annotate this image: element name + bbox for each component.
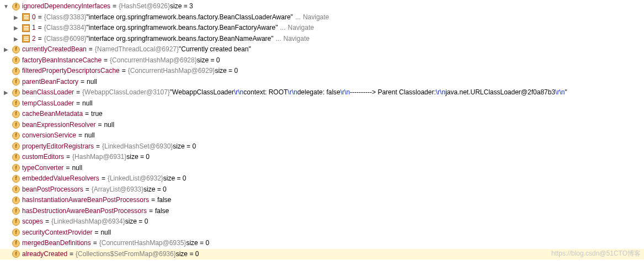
equals-sign: = xyxy=(96,141,100,152)
tail-value: size = 0 xyxy=(126,152,150,163)
tree-row[interactable]: fbeanExpressionResolver = null xyxy=(0,120,644,131)
equals-sign: = xyxy=(70,249,73,260)
field-icon: f xyxy=(12,110,20,118)
field-name: customEditors xyxy=(22,152,64,163)
field-icon: f xyxy=(12,121,20,129)
string-segment: java.net.URLClassLoader@2f0a87b3 xyxy=(445,87,555,98)
array-index-icon xyxy=(22,35,30,43)
tree-row[interactable]: fbeanPostProcessors = {ArrayList@6933} s… xyxy=(0,184,644,195)
field-name: propertyEditorRegistrars xyxy=(22,141,94,152)
tree-row[interactable]: fparentBeanFactory = null xyxy=(0,77,644,88)
object-ref: {NamedThreadLocal@6927} xyxy=(95,44,179,55)
equals-sign: = xyxy=(113,1,116,12)
tree-row[interactable]: fsecurityContextProvider = null xyxy=(0,227,644,238)
field-icon: f xyxy=(12,132,20,140)
tree-row[interactable]: fcustomEditors = {HashMap@6931} size = 0 xyxy=(0,152,644,163)
expand-collapse-icon[interactable]: ▶ xyxy=(2,89,10,97)
field-name: beanPostProcessors xyxy=(22,184,83,195)
string-value: "interface org.springframework.beans.fac… xyxy=(87,12,293,23)
field-name: mergedBeanDefinitions xyxy=(22,238,91,249)
object-ref: {LinkedHashSet@6930} xyxy=(102,141,173,152)
object-ref: {LinkedHashMap@6934} xyxy=(51,216,125,227)
equals-sign: = xyxy=(38,23,42,34)
field-name: securityContextProvider xyxy=(22,227,92,238)
expand-collapse-icon[interactable]: ▶ xyxy=(12,13,20,21)
tree-row[interactable]: ffactoryBeanInstanceCache = {ConcurrentH… xyxy=(0,55,644,66)
tail-value: size = 3 xyxy=(170,1,193,12)
tree-row[interactable]: fembeddedValueResolvers = {LinkedList@69… xyxy=(0,173,644,184)
tail-value: false xyxy=(157,195,171,206)
object-ref: {HashMap@6931} xyxy=(72,152,126,163)
field-name: cacheBeanMetadata xyxy=(22,109,83,120)
equals-sign: = xyxy=(94,227,98,238)
field-name: currentlyCreatedBean xyxy=(22,44,87,55)
tree-row[interactable]: ▶1 = {Class@3384} "interface org.springf… xyxy=(0,23,644,34)
field-name: 2 xyxy=(32,34,36,45)
array-index-icon xyxy=(22,13,30,21)
tree-row[interactable]: fscopes = {LinkedHashMap@6934} size = 0 xyxy=(0,216,644,227)
field-icon: f xyxy=(12,197,20,204)
tail-value: null xyxy=(84,130,95,141)
object-ref: {Class@3383} xyxy=(44,12,87,23)
tree-row[interactable]: fpropertyEditorRegistrars = {LinkedHashS… xyxy=(0,141,644,152)
field-icon: f xyxy=(12,240,20,247)
field-name: typeConverter xyxy=(22,163,63,174)
tree-row[interactable]: fcacheBeanMetadata = true xyxy=(0,109,644,120)
equals-sign: = xyxy=(102,173,105,184)
field-name: conversionService xyxy=(22,130,76,141)
tail-value: null xyxy=(82,98,93,109)
escape-sequence: \r\n xyxy=(436,87,445,98)
object-ref: {HashSet@6926} xyxy=(119,1,170,12)
field-icon: f xyxy=(12,78,20,86)
navigate-link[interactable]: Navigate xyxy=(284,34,310,45)
equals-sign: = xyxy=(104,55,108,66)
tree-row[interactable]: ▼fignoredDependencyInterfaces = {HashSet… xyxy=(0,1,644,12)
tree-row[interactable]: fhasInstantiationAwareBeanPostProcessors… xyxy=(0,195,644,206)
equals-sign: = xyxy=(151,195,155,206)
string-segment: context: ROOT xyxy=(243,87,288,98)
tree-row[interactable]: fconversionService = null xyxy=(0,130,644,141)
tree-row[interactable]: ftempClassLoader = null xyxy=(0,98,644,109)
tree-row[interactable]: fhasDestructionAwareBeanPostProcessors =… xyxy=(0,206,644,217)
tail-value: null xyxy=(72,163,82,174)
tail-value: size = 0 xyxy=(176,249,199,260)
field-icon: f xyxy=(12,185,20,193)
field-icon: f xyxy=(12,46,20,54)
escape-sequence: \r\n xyxy=(234,87,243,98)
object-ref: {ConcurrentHashMap@6935} xyxy=(99,238,187,249)
object-ref: {LinkedList@6932} xyxy=(108,173,163,184)
field-icon: f xyxy=(12,218,20,226)
tree-row[interactable]: ▶0 = {Class@3383} "interface org.springf… xyxy=(0,12,644,23)
equals-sign: = xyxy=(81,77,84,88)
tree-row[interactable]: ▶fbeanClassLoader = {WebappClassLoader@3… xyxy=(0,87,644,98)
equals-sign: = xyxy=(76,98,80,109)
string-segment: " xyxy=(565,87,567,98)
string-segment: "WebappClassLoader xyxy=(170,87,234,98)
tree-row[interactable]: ▶fcurrentlyCreatedBean = {NamedThreadLoc… xyxy=(0,44,644,55)
navigate-link[interactable]: Navigate xyxy=(288,23,314,34)
expand-collapse-icon[interactable]: ▼ xyxy=(2,3,10,10)
field-name: scopes xyxy=(22,216,43,227)
tree-row[interactable]: falreadyCreated = {Collections$SetFromMa… xyxy=(0,249,644,260)
tree-row[interactable]: ▶2 = {Class@6098} "interface org.springf… xyxy=(0,34,644,45)
field-icon: f xyxy=(12,153,20,161)
field-name: parentBeanFactory xyxy=(22,77,78,88)
tail-value: size = 0 xyxy=(197,55,220,66)
tree-row[interactable]: ffilteredPropertyDescriptorsCache = {Con… xyxy=(0,66,644,77)
field-name: 1 xyxy=(32,23,36,34)
tail-value: size = 0 xyxy=(125,216,148,227)
field-name: beanExpressionResolver xyxy=(22,120,95,131)
equals-sign: = xyxy=(76,87,80,98)
expand-collapse-icon[interactable]: ▶ xyxy=(2,46,10,54)
field-name: hasDestructionAwareBeanPostProcessors xyxy=(22,206,147,217)
array-index-icon xyxy=(22,24,30,32)
tail-value: null xyxy=(100,227,111,238)
equals-sign: = xyxy=(86,184,89,195)
field-icon: f xyxy=(12,207,20,215)
expand-collapse-icon[interactable]: ▶ xyxy=(12,24,20,32)
equals-sign: = xyxy=(89,44,93,55)
expand-collapse-icon[interactable]: ▶ xyxy=(12,35,20,43)
tree-row[interactable]: fmergedBeanDefinitions = {ConcurrentHash… xyxy=(0,238,644,249)
tree-row[interactable]: ftypeConverter = null xyxy=(0,163,644,174)
navigate-link[interactable]: Navigate xyxy=(303,12,329,23)
